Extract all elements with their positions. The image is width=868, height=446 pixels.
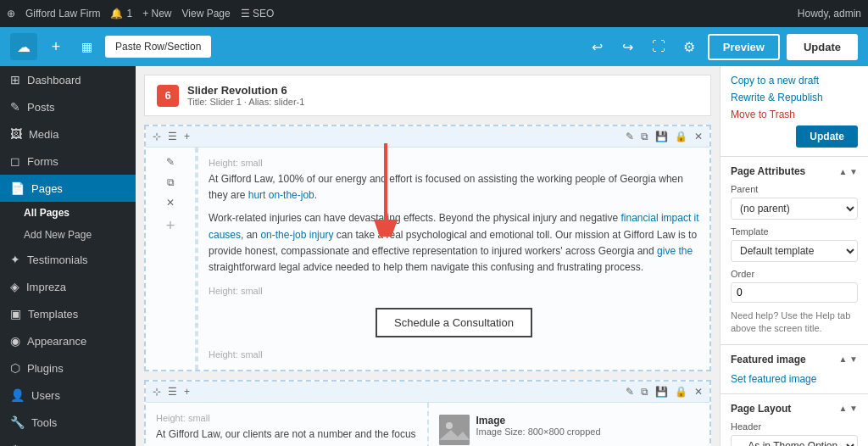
slider-subtitle: Title: Slider 1 · Alias: slider-1 — [187, 97, 304, 107]
featured-image-chevron[interactable]: ▲ ▼ — [838, 354, 858, 364]
help-text: Need help? Use the Help tab above the sc… — [731, 309, 858, 336]
height-label-2a: Height: small — [156, 410, 417, 426]
slider-block: 6 Slider Revolution 6 Title: Slider 1 · … — [144, 75, 711, 116]
row-add-icon[interactable]: + — [182, 129, 192, 144]
sidebar-item-settings[interactable]: ⚙ Settings — [0, 436, 136, 446]
sidebar-item-testimonials[interactable]: ✦ Testimonials — [0, 246, 136, 273]
order-input[interactable] — [731, 282, 858, 303]
row2-save-icon[interactable]: 💾 — [654, 384, 670, 399]
sidebar-item-users[interactable]: 👤 Users — [0, 382, 136, 409]
sidebar-item-media[interactable]: 🖼 Media — [0, 120, 136, 148]
admin-site-name[interactable]: Gifford Law Firm — [25, 8, 100, 20]
row2-close-icon[interactable]: ✕ — [693, 384, 704, 399]
sidebar-item-dashboard[interactable]: ⊞ Dashboard — [0, 66, 136, 93]
undo-icon[interactable]: ↩ — [586, 35, 609, 59]
sidebar-item-plugins[interactable]: ⬡ Plugins — [0, 354, 136, 382]
admin-new[interactable]: + New — [142, 8, 171, 20]
sidebar-label-users: Users — [31, 389, 60, 402]
settings-icon[interactable]: ⚙ — [677, 35, 701, 59]
fullscreen-icon[interactable]: ⛶ — [647, 35, 670, 59]
height-label-1a: Height: small — [209, 154, 699, 171]
testimonials-icon: ✦ — [10, 253, 20, 266]
page-layout-chevron[interactable]: ▲ ▼ — [838, 404, 858, 413]
row-section-1: ⊹ ☰ + ✎ ⧉ 💾 🔒 ✕ ✎ ⧉ ✕ + — [144, 125, 711, 371]
sidebar-label-forms: Forms — [27, 155, 58, 168]
trash-link[interactable]: Move to Trash — [731, 109, 858, 120]
row-edit-icon[interactable]: ✎ — [624, 129, 636, 144]
sidebar-item-templates[interactable]: ▣ Templates — [0, 300, 136, 327]
template-select[interactable]: Default template — [731, 240, 858, 262]
sidebar-item-add-new-page[interactable]: Add New Page — [0, 224, 136, 246]
sidebar-item-posts[interactable]: ✎ Posts — [0, 93, 136, 120]
update-button-top[interactable]: Update — [787, 34, 858, 60]
templates-icon: ▣ — [10, 307, 21, 321]
row-grid-icon[interactable]: ☰ — [166, 129, 179, 144]
admin-bar: ⊕ Gifford Law Firm 🔔 1 + New View Page ☰… — [0, 0, 868, 27]
hurt-link[interactable]: hurt on-the-job — [248, 189, 314, 201]
row2-grid-icon[interactable]: ☰ — [166, 384, 179, 399]
set-featured-image-link[interactable]: Set featured image — [731, 373, 816, 385]
col-copy-icon-2[interactable]: ⧉ — [165, 175, 176, 190]
row-move-icon[interactable]: ⊹ — [151, 129, 163, 144]
update-button-side[interactable]: Update — [796, 125, 858, 148]
consult-button[interactable]: Schedule a Consultation — [376, 308, 532, 337]
posts-icon: ✎ — [10, 100, 20, 114]
parent-select[interactable]: (no parent) — [731, 198, 858, 220]
pages-icon: 📄 — [10, 181, 25, 195]
row-toolbar-2: ⊹ ☰ + ✎ ⧉ 💾 🔒 ✕ — [146, 382, 709, 403]
page-attributes-section: Page Attributes ▲ ▼ Parent (no parent) T… — [721, 157, 868, 345]
impreza-icon: ◈ — [10, 280, 19, 293]
sidebar-item-pages[interactable]: 📄 Pages — [0, 175, 136, 202]
sidebar-label-testimonials: Testimonials — [27, 254, 88, 266]
sidebar-item-forms[interactable]: ◻ Forms — [0, 148, 136, 175]
col-edit-icon[interactable]: ✎ — [164, 154, 176, 170]
col-add-icon-2[interactable]: + — [164, 215, 177, 237]
sidebar-label-templates: Templates — [28, 308, 78, 321]
copy-draft-link[interactable]: Copy to a new draft — [731, 75, 858, 86]
sidebar-item-tools[interactable]: 🔧 Tools — [0, 409, 136, 436]
row2-edit-icon[interactable]: ✎ — [624, 384, 636, 399]
featured-image-title: Featured image ▲ ▼ — [731, 354, 858, 365]
sidebar-label-impreza: Impreza — [26, 281, 66, 293]
add-element-button[interactable]: + — [44, 35, 68, 59]
admin-notif[interactable]: 🔔 1 — [110, 8, 132, 20]
sidebar-item-appearance[interactable]: ◉ Appearance — [0, 327, 136, 354]
users-icon: 👤 — [10, 388, 25, 402]
row-copy-icon[interactable]: ⧉ — [639, 129, 650, 144]
row-inner-1: ✎ ⧉ ✕ + Height: small At Gifford Law, 10… — [146, 148, 709, 370]
header-select[interactable]: – As in Theme Options – — [731, 435, 858, 446]
row2-lock-icon[interactable]: 🔒 — [673, 384, 689, 399]
sidebar-item-impreza[interactable]: ◈ Impreza — [0, 273, 136, 300]
row2-add-icon[interactable]: + — [182, 384, 192, 399]
col-close-icon-2[interactable]: ✕ — [164, 195, 176, 210]
give-link[interactable]: give the — [657, 245, 693, 257]
row-save-icon[interactable]: 💾 — [654, 129, 670, 144]
cloud-icon[interactable]: ☁ — [10, 33, 37, 60]
parent-label: Parent — [731, 184, 858, 194]
svg-rect-2 — [439, 415, 470, 445]
layout-icon[interactable]: ▦ — [75, 35, 98, 59]
appearance-icon: ◉ — [10, 334, 20, 348]
featured-image-section: Featured image ▲ ▼ Set featured image — [721, 345, 868, 394]
preview-button[interactable]: Preview — [708, 34, 780, 60]
row2-move-icon[interactable]: ⊹ — [151, 384, 163, 399]
sidebar-label-appearance: Appearance — [27, 335, 86, 348]
row-close-icon[interactable]: ✕ — [693, 129, 704, 144]
sidebar-item-all-pages[interactable]: All Pages — [0, 202, 136, 224]
page-attributes-title: Page Attributes ▲ ▼ — [731, 165, 858, 177]
sidebar-label-dashboard: Dashboard — [27, 74, 81, 86]
otj-link[interactable]: on-the-job injury — [260, 229, 333, 241]
row-lock-icon[interactable]: 🔒 — [673, 129, 689, 144]
page-attributes-chevron-up[interactable]: ▲ ▼ — [838, 167, 858, 176]
plugins-icon: ⬡ — [10, 361, 20, 375]
template-label: Template — [731, 226, 858, 237]
redo-icon[interactable]: ↪ — [616, 35, 640, 59]
admin-view-page[interactable]: View Page — [182, 8, 231, 20]
row2-copy-icon[interactable]: ⧉ — [639, 384, 650, 399]
admin-logo[interactable]: ⊕ — [7, 8, 15, 20]
dashboard-icon: ⊞ — [10, 73, 20, 86]
paste-row-button[interactable]: Paste Row/Section — [105, 36, 211, 58]
republish-link[interactable]: Rewrite & Republish — [731, 92, 858, 103]
builder-canvas: 6 Slider Revolution 6 Title: Slider 1 · … — [136, 66, 720, 446]
admin-seo[interactable]: ☰ SEO — [241, 8, 275, 20]
